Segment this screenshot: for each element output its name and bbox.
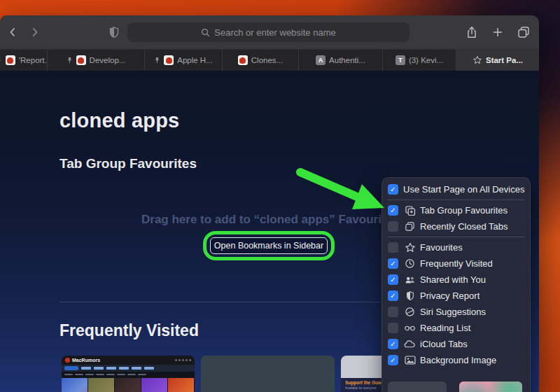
tab-authenti[interactable]: A Authenti...	[299, 50, 383, 71]
start-page-options-popover: Use Start Page on All Devices Tab Group …	[382, 177, 531, 392]
chevron-right-icon	[29, 27, 41, 38]
menu-divider	[388, 200, 524, 200]
frequently-visited-heading: Frequently Visited	[59, 321, 199, 340]
search-placeholder: Search or enter website name	[214, 27, 335, 38]
back-button[interactable]	[6, 25, 20, 39]
menu-item-label: Reading List	[420, 323, 470, 333]
glasses-icon	[404, 323, 416, 334]
safari-window: Search or enter website name	[0, 15, 539, 392]
star-icon	[472, 55, 482, 65]
letter-t-favicon: T	[396, 55, 405, 65]
menu-item-label: Tab Group Favourites	[420, 205, 507, 216]
menu-item-privacy-report[interactable]: Privacy Report	[382, 288, 530, 304]
menu-item-background-image[interactable]: Background Image	[382, 352, 530, 368]
menu-item-tab-group-favourites[interactable]: Tab Group Favourites	[382, 202, 530, 218]
privacy-shield-button[interactable]	[106, 24, 122, 40]
menu-item-use-start-page[interactable]: Use Start Page on All Devices	[382, 181, 530, 197]
cloud-icon	[404, 339, 416, 350]
browser-toolbar: Search or enter website name	[0, 15, 539, 49]
tab-group-favourites-icon	[404, 205, 416, 216]
background-image-picker	[382, 382, 530, 392]
clock-icon	[404, 258, 416, 270]
page-title: cloned apps	[59, 109, 179, 132]
checkbox-checked[interactable]	[388, 339, 398, 349]
menu-item-favourites[interactable]: Favourites	[382, 239, 530, 255]
menu-item-label: Siri Suggestions	[420, 307, 486, 317]
shield-icon	[404, 290, 416, 302]
new-tab-button[interactable]	[489, 24, 506, 41]
background-image-option[interactable]	[459, 382, 522, 392]
tab-start-page[interactable]: Start Pa...	[456, 50, 539, 71]
macrumors-logo-icon	[65, 358, 70, 363]
pin-icon	[154, 57, 160, 64]
tab-kevi[interactable]: T (3) Kevi...	[383, 50, 456, 71]
tab-develop[interactable]: Develop...	[48, 50, 145, 71]
checkbox-unchecked[interactable]	[388, 242, 398, 253]
menu-item-siri-suggestions[interactable]: Siri Suggestions	[382, 304, 530, 320]
menu-item-label: Shared with You	[420, 274, 486, 285]
tab-label: Clones...	[251, 56, 283, 64]
open-bookmarks-button[interactable]: Open Bookmarks in Sidebar	[210, 237, 328, 254]
address-search-input[interactable]: Search or enter website name	[127, 22, 410, 42]
share-button[interactable]	[463, 24, 480, 41]
checkbox-checked[interactable]	[388, 258, 398, 269]
tab-group-favourites-heading: Tab Group Favourites	[59, 156, 197, 172]
tab-label: Authenti...	[329, 56, 365, 64]
checkbox-checked[interactable]	[388, 355, 398, 365]
star-icon	[404, 242, 416, 253]
start-page-content: cloned apps Tab Group Favourites Drag he…	[0, 71, 539, 392]
drag-hint-text: Drag here to add to “cloned apps” Favour…	[141, 213, 398, 227]
tab-clones[interactable]: Clones...	[223, 50, 299, 71]
macrumors-favicon	[76, 55, 86, 65]
macrumors-favicon	[6, 55, 15, 65]
menu-item-label: Background Image	[420, 355, 496, 365]
pin-icon	[66, 57, 73, 64]
menu-item-shared-with-you[interactable]: Shared with You	[382, 272, 530, 288]
siri-icon	[404, 307, 416, 318]
menu-divider	[388, 237, 524, 237]
menu-item-reading-list[interactable]: Reading List	[382, 320, 530, 336]
frequently-visited-thumbnail-2[interactable]	[201, 356, 335, 392]
tabs-overview-icon	[517, 26, 530, 38]
menu-item-recently-closed-tabs[interactable]: Recently Closed Tabs	[382, 218, 530, 234]
macrumors-favicon	[238, 55, 248, 65]
tab-label: (3) Kevi...	[409, 56, 443, 64]
search-icon	[201, 28, 210, 37]
menu-item-icloud-tabs[interactable]: iCloud Tabs	[382, 336, 530, 352]
background-none-option[interactable]	[388, 382, 447, 392]
menu-item-label: Use Start Page on All Devices	[403, 184, 524, 195]
forward-button[interactable]	[28, 25, 42, 39]
letter-a-favicon: A	[316, 55, 326, 65]
tab-label: Apple H...	[177, 56, 213, 64]
tab-label: Develop...	[90, 56, 126, 64]
pin-icon	[0, 57, 2, 64]
tab-apple-h[interactable]: Apple H...	[145, 50, 223, 71]
menu-item-label: Recently Closed Tabs	[420, 221, 508, 232]
checkbox-checked[interactable]	[388, 274, 398, 285]
checkbox-unchecked[interactable]	[388, 221, 398, 232]
people-icon	[404, 274, 416, 286]
macrumors-site-name: MacRumors	[72, 358, 100, 363]
tab-bar: 'Report... Develop... Apple H... Clones.…	[0, 49, 539, 71]
share-icon	[465, 26, 478, 39]
checkbox-unchecked[interactable]	[388, 307, 398, 317]
frequently-visited-thumbnail-macrumors[interactable]: MacRumors	[62, 356, 195, 392]
tab-overview-button[interactable]	[515, 24, 532, 41]
macrumors-favicon	[164, 55, 174, 65]
checkbox-checked[interactable]	[388, 290, 398, 301]
menu-item-frequently-visited[interactable]: Frequently Visited	[382, 255, 530, 272]
menu-item-label: Privacy Report	[420, 290, 479, 301]
image-icon	[404, 355, 416, 366]
green-highlight-ring: Open Bookmarks in Sidebar	[203, 231, 335, 260]
checkbox-checked[interactable]	[388, 205, 398, 216]
menu-item-label: iCloud Tabs	[420, 339, 468, 349]
tab-label: 'Report...	[19, 56, 48, 64]
checkbox-unchecked[interactable]	[388, 323, 398, 333]
shield-icon	[108, 26, 120, 38]
tab-report[interactable]: 'Report...	[0, 50, 48, 71]
chevron-left-icon	[7, 27, 18, 38]
plus-icon	[492, 27, 503, 38]
menu-item-label: Frequently Visited	[420, 258, 493, 269]
checkbox-checked[interactable]	[388, 184, 398, 195]
tab-label: Start Pa...	[486, 56, 523, 64]
